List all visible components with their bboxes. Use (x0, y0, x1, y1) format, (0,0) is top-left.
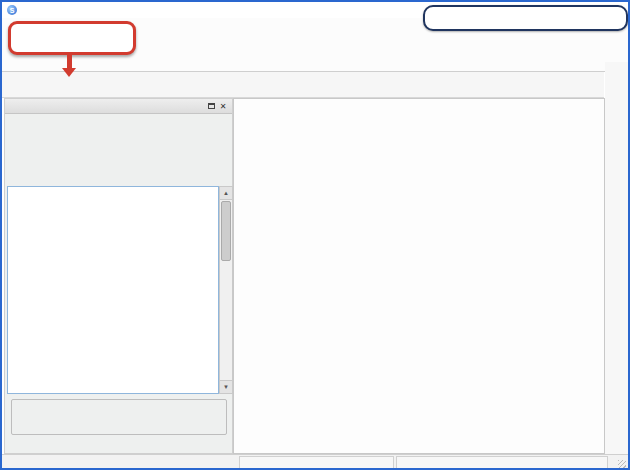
right-toolbar (605, 62, 630, 457)
status-field-empty (239, 456, 394, 470)
ligedit-toolbar (2, 72, 604, 98)
app-window: S ✕ ▲ ▼ (0, 0, 630, 470)
scroll-thumb[interactable] (221, 201, 231, 261)
click-here-callout (8, 21, 136, 55)
close-panel-icon[interactable]: ✕ (218, 101, 228, 111)
view-tab-bar (2, 57, 628, 72)
status-field-objects (396, 456, 608, 470)
status-bar (2, 454, 628, 470)
3d-viewport[interactable] (233, 98, 605, 454)
grid-scrollbar[interactable]: ▲ ▼ (219, 186, 233, 394)
scroll-down-icon[interactable]: ▼ (220, 380, 232, 393)
project-summary (11, 399, 227, 435)
edit-tools-panel: ✕ ▲ ▼ (4, 98, 233, 454)
panel-tabs (5, 440, 232, 455)
app-icon: S (7, 5, 17, 15)
scroll-up-icon[interactable]: ▲ (220, 187, 232, 200)
edit-tools-panel-header: ✕ (5, 99, 232, 114)
project-summary-text (20, 412, 24, 421)
fragment-grid (7, 186, 219, 394)
callout-arrow-head (62, 68, 76, 77)
resize-grip[interactable] (618, 460, 626, 468)
float-panel-icon[interactable] (206, 101, 216, 111)
instruction-callout (423, 5, 628, 31)
molecule-scene (234, 99, 604, 453)
